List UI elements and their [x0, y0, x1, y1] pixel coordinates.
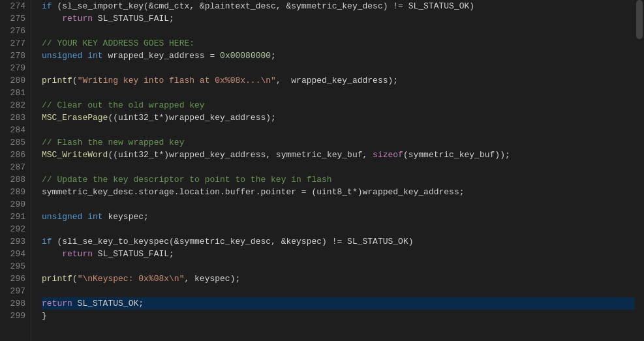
line-num-296: 296 — [0, 273, 31, 285]
line-numbers: 274 275 276 277 278 279 280 281 282 283 … — [0, 0, 31, 341]
code-line-276 — [42, 25, 644, 37]
line-num-289: 289 — [0, 186, 31, 198]
line-num-280: 280 — [0, 74, 31, 87]
line-num-283: 283 — [0, 111, 31, 124]
line-num-278: 278 — [0, 50, 31, 62]
code-line-291: unsigned int keyspec; — [42, 211, 644, 223]
line-num-299: 299 — [0, 310, 31, 322]
code-line-297 — [42, 285, 644, 297]
line-num-279: 279 — [0, 62, 31, 74]
line-num-276: 276 — [0, 25, 31, 37]
line-num-282: 282 — [0, 99, 31, 111]
code-line-299: } — [42, 310, 644, 322]
code-line-287 — [42, 161, 644, 173]
line-num-284: 284 — [0, 124, 31, 136]
line-num-275: 275 — [0, 12, 31, 25]
line-num-290: 290 — [0, 198, 31, 211]
line-num-274: 274 — [0, 0, 31, 12]
code-content[interactable]: if (sl_se_import_key(&cmd_ctx, &plaintex… — [31, 0, 644, 341]
code-line-286: MSC_WriteWord((uint32_t*)wrapped_key_add… — [42, 149, 644, 161]
code-line-281 — [42, 87, 644, 99]
line-num-298: 298 — [0, 297, 31, 310]
line-num-294: 294 — [0, 248, 31, 260]
scrollbar-thumb[interactable] — [636, 0, 643, 39]
line-num-286: 286 — [0, 149, 31, 161]
line-num-297: 297 — [0, 285, 31, 297]
code-line-296: printf("\nKeyspec: 0x%08x\n", keyspec); — [42, 273, 644, 285]
line-num-293: 293 — [0, 235, 31, 248]
code-line-280: printf("Writing key into flash at 0x%08x… — [42, 74, 644, 87]
code-line-294: return SL_STATUS_FAIL; — [42, 248, 644, 260]
code-line-277: // YOUR KEY ADDRESS GOES HERE: — [42, 37, 644, 50]
code-line-298: return SL_STATUS_OK;​ — [42, 297, 644, 310]
code-line-279 — [42, 62, 644, 74]
code-line-285: // Flash the new wrapped key — [42, 136, 644, 149]
line-num-291: 291 — [0, 211, 31, 223]
code-line-295 — [42, 260, 644, 273]
code-line-284 — [42, 124, 644, 136]
scrollbar-track[interactable] — [635, 0, 644, 341]
code-line-274: if (sl_se_import_key(&cmd_ctx, &plaintex… — [42, 0, 644, 12]
line-num-292: 292 — [0, 223, 31, 235]
line-num-288: 288 — [0, 173, 31, 186]
line-num-281: 281 — [0, 87, 31, 99]
code-line-290 — [42, 198, 644, 211]
code-line-282: // Clear out the old wrapped key — [42, 99, 644, 111]
code-line-293: if (sli_se_key_to_keyspec(&symmetric_key… — [42, 235, 644, 248]
code-line-283: MSC_ErasePage((uint32_t*)wrapped_key_add… — [42, 111, 644, 124]
line-num-287: 287 — [0, 161, 31, 173]
line-num-277: 277 — [0, 37, 31, 50]
code-line-288: // Update the key descriptor to point to… — [42, 173, 644, 186]
code-editor: 274 275 276 277 278 279 280 281 282 283 … — [0, 0, 644, 341]
line-num-295: 295 — [0, 260, 31, 273]
code-line-292 — [42, 223, 644, 235]
code-line-289: symmetric_key_desc.storage.location.buff… — [42, 186, 644, 198]
code-line-278: unsigned int wrapped_key_address = 0x000… — [42, 50, 644, 62]
line-num-285: 285 — [0, 136, 31, 149]
code-line-275: return SL_STATUS_FAIL; — [42, 12, 644, 25]
